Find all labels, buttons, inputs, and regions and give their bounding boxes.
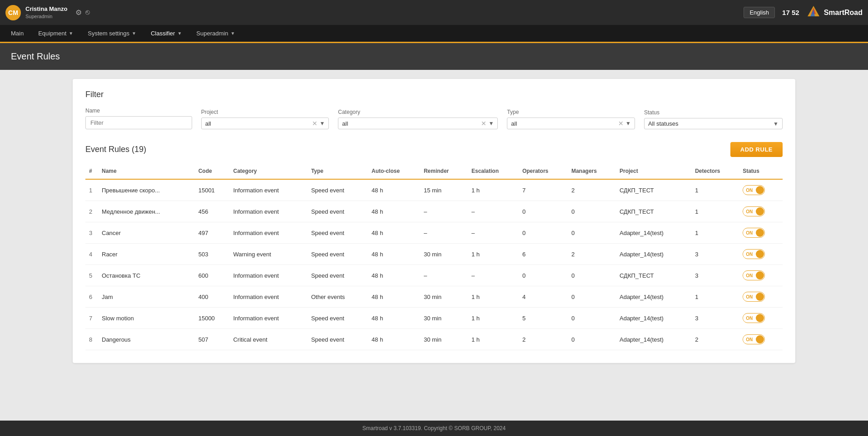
table-row[interactable]: 7 Slow motion 15000 Information event Sp… [85, 308, 783, 329]
status-toggle[interactable]: ON [743, 313, 765, 323]
cell-reminder: 30 min [420, 308, 468, 329]
cell-escalation: – [468, 201, 519, 222]
table-row[interactable]: 1 Превышение скоро... 15001 Information … [85, 179, 783, 201]
cell-status: ON [739, 286, 783, 308]
nav-main[interactable]: Main [4, 24, 31, 43]
filter-category-chevron[interactable]: ▼ [488, 120, 494, 127]
table-row[interactable]: 2 Медленное движен... 456 Information ev… [85, 201, 783, 222]
filter-category-clear[interactable]: ✕ [481, 120, 486, 127]
cell-reminder: – [420, 222, 468, 244]
cell-managers: 0 [568, 201, 616, 222]
filter-project-clear[interactable]: ✕ [312, 120, 317, 127]
cell-detectors: 3 [691, 244, 739, 265]
cell-type: Speed event [308, 222, 368, 244]
filter-type-chevron[interactable]: ▼ [625, 120, 631, 127]
filter-type-group: Type all ✕ ▼ [507, 109, 635, 129]
content-area: Filter Name Project all ✕ ▼ Category al [0, 70, 868, 372]
filter-status-value: All statuses [648, 120, 771, 127]
logout-icon[interactable]: ⎋ [85, 8, 90, 17]
language-button[interactable]: English [744, 7, 775, 18]
cell-name: Остановка ТС [98, 265, 195, 286]
filter-project-select[interactable]: all ✕ ▼ [201, 118, 329, 129]
cell-num: 7 [85, 308, 98, 329]
status-toggle[interactable]: ON [743, 334, 765, 344]
add-rule-button[interactable]: ADD RULE [730, 142, 783, 157]
cell-status: ON [739, 308, 783, 329]
cell-name: Jam [98, 286, 195, 308]
status-toggle[interactable]: ON [743, 292, 765, 302]
status-toggle[interactable]: ON [743, 185, 765, 195]
table-row[interactable]: 4 Racer 503 Warning event Speed event 48… [85, 244, 783, 265]
cell-reminder: – [420, 265, 468, 286]
cell-category: Information event [229, 201, 307, 222]
cell-operators: 7 [519, 179, 568, 201]
filter-name-group: Name [85, 108, 192, 129]
main-nav: Main Equipment ▼ System settings ▼ Class… [0, 25, 868, 43]
cell-operators: 4 [519, 286, 568, 308]
cell-category: Information event [229, 179, 307, 201]
toggle-on-label: ON [743, 208, 755, 215]
cell-name: Cancer [98, 222, 195, 244]
filter-status-select[interactable]: All statuses ▼ [644, 118, 783, 129]
filter-category-group: Category all ✕ ▼ [338, 109, 498, 129]
cell-operators: 0 [519, 265, 568, 286]
equipment-dropdown-icon: ▼ [69, 31, 73, 36]
cell-escalation: – [468, 222, 519, 244]
status-toggle[interactable]: ON [743, 206, 765, 216]
cell-code: 456 [195, 201, 230, 222]
cell-detectors: 1 [691, 286, 739, 308]
filter-row: Name Project all ✕ ▼ Category all ✕ ▼ [85, 108, 783, 129]
table-row[interactable]: 8 Dangerous 507 Critical event Speed eve… [85, 329, 783, 350]
cell-name: Slow motion [98, 308, 195, 329]
user-name: Cristina Manzo [25, 5, 67, 13]
cell-project: Adapter_14(test) [616, 329, 691, 350]
filter-status-chevron[interactable]: ▼ [773, 121, 779, 127]
nav-system-settings[interactable]: System settings ▼ [80, 24, 144, 43]
status-toggle[interactable]: ON [743, 228, 765, 238]
status-toggle[interactable]: ON [743, 249, 765, 259]
cell-project: СДКП_ТЕСТ [616, 201, 691, 222]
cell-num: 4 [85, 244, 98, 265]
col-managers: Managers [568, 164, 616, 179]
cell-reminder: 30 min [420, 244, 468, 265]
user-role: Superadmin [25, 13, 67, 20]
toggle-on-label: ON [743, 336, 755, 343]
nav-superadmin[interactable]: Superadmin ▼ [189, 24, 242, 43]
nav-equipment[interactable]: Equipment ▼ [31, 24, 80, 43]
filter-name-input[interactable] [85, 116, 192, 129]
toggle-on-label: ON [743, 294, 755, 300]
cell-status: ON [739, 244, 783, 265]
table-row[interactable]: 3 Cancer 497 Information event Speed eve… [85, 222, 783, 244]
cell-autoclose: 48 h [368, 308, 420, 329]
cell-managers: 0 [568, 265, 616, 286]
cell-num: 5 [85, 265, 98, 286]
cell-operators: 0 [519, 222, 568, 244]
cell-code: 15001 [195, 179, 230, 201]
nav-classifier[interactable]: Classifier ▼ [144, 24, 189, 43]
cell-name: Racer [98, 244, 195, 265]
toggle-on-label: ON [743, 315, 755, 322]
top-bar-left: CM Cristina Manzo Superadmin ⚙ ⎋ [5, 5, 90, 20]
filter-category-select[interactable]: all ✕ ▼ [338, 118, 498, 129]
filter-project-chevron[interactable]: ▼ [319, 120, 325, 127]
filter-type-clear[interactable]: ✕ [618, 120, 624, 127]
filter-type-select[interactable]: all ✕ ▼ [507, 118, 635, 129]
cell-type: Speed event [308, 201, 368, 222]
filter-status-label: Status [644, 109, 783, 116]
settings-icon[interactable]: ⚙ [75, 8, 82, 17]
cell-autoclose: 48 h [368, 286, 420, 308]
table-row[interactable]: 5 Остановка ТС 600 Information event Spe… [85, 265, 783, 286]
filter-project-value: all [205, 120, 311, 127]
toggle-circle [756, 186, 764, 194]
toggle-circle [756, 207, 764, 216]
cell-escalation: 1 h [468, 244, 519, 265]
cell-type: Other events [308, 286, 368, 308]
cell-status: ON [739, 179, 783, 201]
page-header: Event Rules [0, 43, 868, 70]
top-bar: CM Cristina Manzo Superadmin ⚙ ⎋ English… [0, 0, 868, 25]
toggle-on-label: ON [743, 272, 755, 279]
table-row[interactable]: 6 Jam 400 Information event Other events… [85, 286, 783, 308]
cell-reminder: 30 min [420, 286, 468, 308]
cell-type: Speed event [308, 244, 368, 265]
status-toggle[interactable]: ON [743, 270, 765, 280]
